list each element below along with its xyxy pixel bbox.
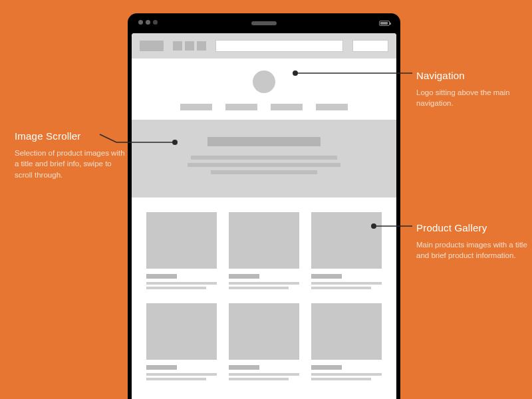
screen (132, 33, 396, 399)
battery-icon (379, 21, 390, 26)
product-title-placeholder (146, 274, 177, 279)
product-text-line (311, 282, 382, 285)
product-image-placeholder (146, 303, 217, 360)
annotation-title: Product Gallery (416, 221, 529, 235)
nav-link[interactable] (271, 104, 303, 110)
product-title-placeholder (311, 274, 342, 279)
annotation-navigation: Navigation Logo sitting above the main n… (416, 68, 529, 109)
tab-placeholder[interactable] (197, 41, 206, 51)
annotation-desc: Logo sitting above the main navigation. (416, 87, 529, 109)
address-bar[interactable] (215, 40, 343, 52)
annotation-desc: Main products images with a title and br… (416, 239, 529, 261)
window-controls (138, 20, 158, 25)
product-text-line (146, 373, 217, 376)
product-text-line (146, 287, 206, 289)
product-card[interactable] (146, 212, 217, 291)
browser-toolbar (132, 33, 396, 59)
product-card[interactable] (311, 212, 382, 291)
product-image-placeholder (146, 212, 217, 269)
annotation-desc: Selection of product images with a title… (15, 148, 128, 181)
product-card[interactable] (229, 212, 299, 291)
image-scroller-section[interactable] (132, 120, 396, 198)
nav-link[interactable] (316, 104, 348, 110)
tab-placeholder[interactable] (185, 41, 194, 51)
product-text-line (146, 378, 206, 380)
product-card[interactable] (146, 303, 217, 382)
toolbar-button[interactable] (352, 40, 388, 52)
product-title-placeholder (311, 365, 342, 370)
product-text-line (229, 378, 289, 380)
product-card[interactable] (311, 303, 382, 382)
product-text-line (229, 282, 299, 285)
status-bar (137, 24, 391, 27)
annotation-product-gallery: Product Gallery Main products images wit… (416, 221, 529, 261)
scroller-text-line (191, 156, 337, 160)
annotation-image-scroller: Image Scroller Selection of product imag… (15, 129, 128, 181)
product-title-placeholder (146, 365, 177, 370)
navigation-section (132, 59, 396, 120)
nav-link[interactable] (180, 104, 212, 110)
nav-links (132, 104, 396, 110)
scroller-title-placeholder (207, 137, 321, 146)
product-title-placeholder (229, 365, 259, 370)
logo-placeholder[interactable] (253, 70, 275, 93)
toolbar-brand-block (140, 41, 164, 51)
product-card[interactable] (229, 303, 299, 382)
annotation-title: Image Scroller (15, 129, 128, 144)
product-text-line (311, 287, 371, 289)
product-image-placeholder (311, 212, 382, 269)
annotation-title: Navigation (416, 68, 529, 83)
toolbar-tabs (173, 41, 206, 51)
scroller-text-line (211, 170, 317, 174)
product-image-placeholder (229, 303, 299, 360)
product-image-placeholder (311, 303, 382, 360)
device-frame (128, 13, 400, 399)
product-text-line (311, 378, 371, 380)
scroller-text-line (188, 163, 340, 167)
product-text-line (229, 373, 299, 376)
tab-placeholder[interactable] (173, 41, 182, 51)
product-text-line (229, 287, 289, 289)
product-text-line (146, 282, 217, 285)
product-text-line (311, 373, 382, 376)
speaker-notch (251, 21, 277, 25)
product-gallery-section (132, 198, 396, 382)
nav-link[interactable] (225, 104, 257, 110)
product-title-placeholder (229, 274, 259, 279)
product-image-placeholder (229, 212, 299, 269)
